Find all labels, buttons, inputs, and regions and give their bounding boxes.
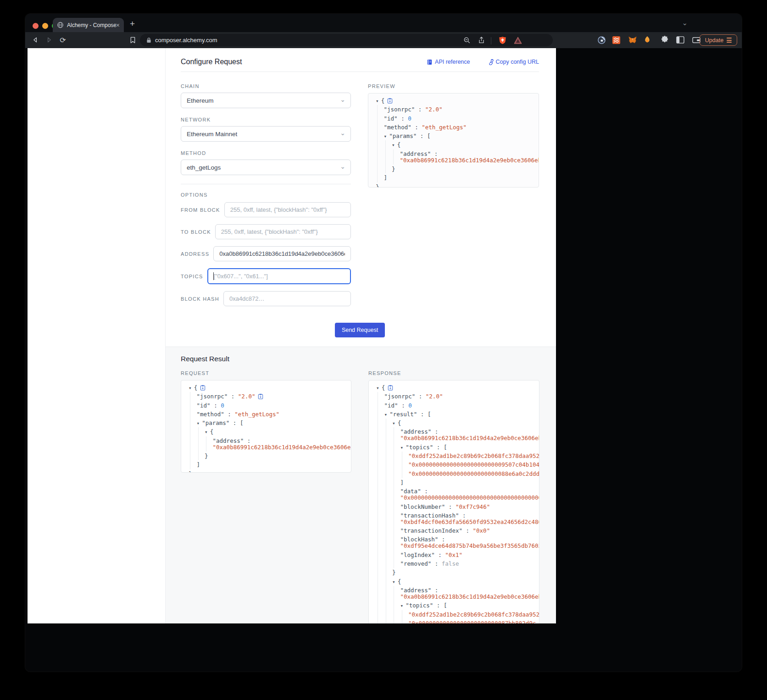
close-window-button[interactable]: [33, 23, 39, 29]
new-tab-button[interactable]: +: [130, 19, 135, 28]
json-str: "eth_getLogs": [234, 411, 279, 418]
lock-icon: [146, 37, 151, 43]
request-json-panel: ▾{"jsonrpc" : "2.0""id" : 0"method" : "e…: [181, 380, 351, 473]
url-bar[interactable]: composer.alchemy.com: [140, 34, 553, 46]
json-line: ▾{: [369, 383, 539, 392]
collapse-toggle-icon[interactable]: ▾: [384, 412, 388, 418]
indent-guide: [386, 551, 386, 559]
copy-config-url-link[interactable]: Copy config URL: [488, 59, 539, 65]
indent-guide: [377, 105, 378, 114]
brave-shield-icon[interactable]: [499, 37, 506, 44]
tab-bar: Alchemy - Composer × + ⌄: [25, 14, 742, 32]
indent-guide: [386, 592, 386, 601]
json-line: ]: [181, 460, 351, 469]
json-punc: :: [415, 106, 425, 113]
collapse-toggle-icon[interactable]: ▾: [197, 420, 200, 426]
json-line: "id" : 0: [369, 401, 539, 410]
indent-guide: [190, 410, 190, 419]
block-hash-label: BLOCK HASH: [181, 296, 219, 302]
to-block-input[interactable]: [215, 224, 351, 239]
indent-guide: [385, 156, 386, 165]
json-punc: :: [211, 402, 221, 409]
zoom-out-icon[interactable]: [463, 37, 471, 44]
minimize-window-button[interactable]: [42, 23, 48, 29]
json-punc: :: [411, 124, 422, 131]
json-punc: }: [392, 569, 396, 576]
extension-privacy-icon[interactable]: [596, 35, 606, 45]
address-input[interactable]: [213, 246, 351, 261]
forward-button[interactable]: [44, 35, 54, 44]
json-key: "jsonrpc": [384, 393, 416, 400]
collapse-toggle-icon[interactable]: ▾: [392, 142, 395, 148]
json-str: "0x00000000000000000000000088e6a0c2ddd2: [408, 470, 539, 477]
extension-torch-icon[interactable]: [642, 35, 652, 45]
indent-guide: [394, 619, 394, 623]
indent-guide: [394, 434, 394, 442]
json-key: "params": [389, 132, 417, 139]
block-hash-input[interactable]: [223, 291, 351, 306]
indent-guide: [386, 541, 386, 550]
json-str: "0xddf252ad1be2c89b69c2b068fc378daa952b: [408, 611, 539, 618]
network-label: NETWORK: [181, 117, 351, 122]
topics-input[interactable]: [207, 268, 351, 284]
topics-label: TOPICS: [181, 274, 203, 279]
collapse-toggle-icon[interactable]: ▾: [376, 98, 379, 104]
json-line: }: [181, 469, 351, 473]
chevron-down-icon: ⌄: [340, 96, 345, 103]
collapse-toggle-icon[interactable]: ▾: [400, 603, 404, 609]
tab-title: Alchemy - Composer: [67, 22, 116, 28]
network-select[interactable]: Ethereum Mainnet ⌄: [181, 126, 351, 142]
tab-close-icon[interactable]: ×: [116, 22, 120, 28]
from-block-input[interactable]: [224, 202, 351, 217]
collapse-toggle-icon[interactable]: ▾: [400, 445, 404, 451]
browser-update-menu-button[interactable]: Update: [700, 34, 737, 46]
indent-guide: [378, 610, 378, 619]
preview-json-panel: ▾{"jsonrpc" : "2.0""id" : 0"method" : "e…: [368, 93, 539, 187]
json-line: "id" : 0: [368, 114, 539, 123]
indent-guide: [385, 140, 386, 149]
indent-guide: [190, 401, 190, 410]
indent-guide: [377, 165, 378, 173]
share-icon[interactable]: [478, 37, 485, 44]
indent-guide: [386, 460, 386, 469]
address-label: ADDRESS: [181, 251, 209, 257]
reload-button[interactable]: ⟳: [58, 35, 67, 44]
json-punc: }: [205, 452, 208, 459]
indent-guide: [378, 410, 378, 419]
text-cursor: [213, 272, 214, 280]
tab-search-chevron-icon[interactable]: ⌄: [682, 19, 688, 27]
collapse-toggle-icon[interactable]: ▾: [392, 579, 395, 585]
collapse-toggle-icon[interactable]: ▾: [384, 133, 387, 139]
collapse-toggle-icon[interactable]: ▾: [392, 420, 395, 426]
url-divider: [491, 37, 491, 44]
request-result-section: Request Result REQUEST ▾{"jsonrpc" : "2.…: [166, 347, 556, 623]
extensions-puzzle-icon[interactable]: [660, 35, 670, 45]
chain-select[interactable]: Ethereum ⌄: [181, 93, 351, 108]
json-line: "0xa0b86991c6218b36c1d19d4a2e9eb0ce3606e…: [368, 156, 539, 165]
brave-rewards-icon[interactable]: [514, 37, 522, 44]
method-select[interactable]: eth_getLogs ⌄: [181, 160, 351, 175]
back-button[interactable]: [31, 35, 40, 44]
json-line: "0xddf252ad1be2c89b69c2b068fc378daa952b: [369, 610, 539, 619]
indent-guide: [378, 434, 378, 442]
json-line: "logIndex" : "0x1": [369, 551, 539, 559]
extension-orange-stack-icon[interactable]: [611, 35, 621, 45]
api-reference-link[interactable]: API reference: [427, 59, 470, 65]
json-key: "id": [384, 402, 398, 409]
indent-guide: [394, 502, 394, 511]
collapse-toggle-icon[interactable]: ▾: [376, 385, 379, 391]
request-result-title: Request Result: [181, 355, 539, 363]
collapse-toggle-icon[interactable]: ▾: [205, 429, 208, 435]
collapse-toggle-icon[interactable]: ▾: [189, 385, 192, 391]
browser-tab[interactable]: Alchemy - Composer ×: [53, 18, 124, 32]
indent-guide: [198, 443, 199, 452]
send-request-button[interactable]: Send Request: [335, 323, 385, 337]
bookmark-icon[interactable]: [128, 35, 137, 44]
sidebar-toggle-icon[interactable]: [675, 35, 685, 45]
to-block-label: TO BLOCK: [181, 229, 211, 235]
metamask-icon[interactable]: [628, 35, 638, 45]
indent-guide: [378, 592, 378, 601]
json-line: ]: [369, 478, 539, 487]
json-line: "method" : "eth_getLogs": [181, 410, 351, 419]
json-line: "0x0000000000000000000000000000000000000…: [369, 493, 539, 502]
